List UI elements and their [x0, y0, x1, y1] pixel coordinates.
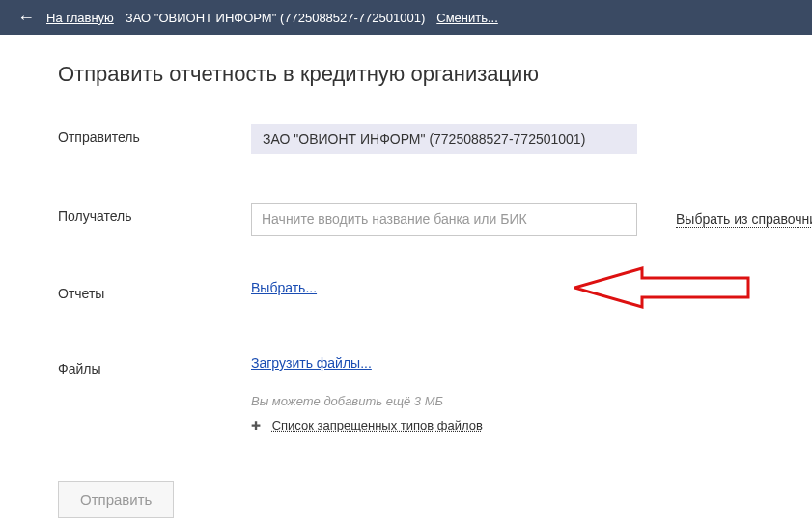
files-size-hint: Вы можете добавить ещё 3 МБ	[251, 394, 754, 408]
reports-label: Отчеты	[58, 280, 251, 301]
files-label: Файлы	[58, 355, 251, 376]
sender-label: Отправитель	[58, 124, 251, 145]
home-link[interactable]: На главную	[46, 11, 114, 25]
recipient-directory-link[interactable]: Выбрать из справочника	[676, 211, 812, 228]
change-org-link[interactable]: Сменить...	[436, 11, 498, 25]
files-upload-link[interactable]: Загрузить файлы...	[251, 355, 372, 371]
row-sender: Отправитель ЗАО "ОВИОНТ ИНФОРМ" (7725088…	[58, 124, 754, 154]
row-reports: Отчеты Выбрать...	[58, 280, 754, 301]
main-content: Отправить отчетность в кредитную организ…	[0, 35, 812, 529]
submit-button[interactable]: Отправить	[58, 481, 174, 518]
row-files: Файлы Загрузить файлы... Вы можете добав…	[58, 355, 754, 432]
reports-select-link[interactable]: Выбрать...	[251, 280, 317, 295]
back-arrow-icon[interactable]: ←	[17, 8, 35, 28]
annotation-arrow-icon	[574, 259, 768, 317]
row-recipient: Получатель Выбрать из справочника	[58, 203, 754, 236]
forbidden-types-link[interactable]: Список запрещенных типов файлов	[272, 418, 483, 432]
page-title: Отправить отчетность в кредитную организ…	[58, 62, 754, 87]
recipient-label: Получатель	[58, 203, 251, 224]
sender-value: ЗАО "ОВИОНТ ИНФОРМ" (7725088527-77250100…	[251, 124, 637, 154]
expand-icon[interactable]: ✚	[251, 419, 265, 432]
recipient-input[interactable]	[251, 203, 637, 236]
org-name: ЗАО "ОВИОНТ ИНФОРМ" (7725088527-77250100…	[126, 11, 425, 25]
topbar: ← На главную ЗАО "ОВИОНТ ИНФОРМ" (772508…	[0, 0, 812, 35]
